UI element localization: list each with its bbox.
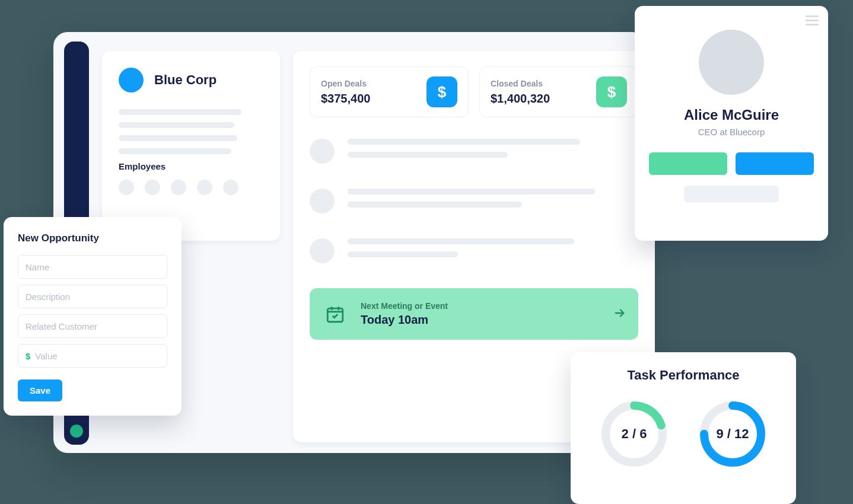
closed-deals-card[interactable]: Closed Deals $1,400,320 $ bbox=[479, 66, 638, 117]
value-field[interactable]: $ bbox=[18, 344, 167, 368]
company-avatar bbox=[119, 68, 144, 92]
event-time: Today 10am bbox=[361, 313, 448, 327]
profile-subtitle: CEO at Bluecorp bbox=[649, 127, 814, 137]
employee-avatar[interactable] bbox=[197, 180, 212, 195]
profile-card: Alice McGuire CEO at Bluecorp bbox=[635, 6, 828, 241]
dollar-icon: $ bbox=[426, 76, 457, 107]
placeholder-line bbox=[119, 135, 237, 141]
placeholder-line bbox=[348, 202, 522, 208]
employee-avatar[interactable] bbox=[119, 180, 134, 195]
related-customer-field[interactable] bbox=[18, 314, 167, 338]
placeholder-line bbox=[348, 139, 580, 145]
save-button[interactable]: Save bbox=[18, 379, 62, 401]
avatar bbox=[699, 30, 764, 95]
progress-ring: 9 / 12 bbox=[697, 398, 768, 470]
placeholder-line bbox=[119, 122, 234, 128]
open-deals-card[interactable]: Open Deals $375,400 $ bbox=[310, 66, 469, 117]
dollar-icon: $ bbox=[26, 351, 30, 361]
dollar-icon: $ bbox=[596, 76, 627, 107]
placeholder-line bbox=[119, 148, 231, 154]
employees-label: Employees bbox=[119, 161, 263, 171]
task-performance-title: Task Performance bbox=[585, 368, 782, 383]
placeholder-line bbox=[348, 251, 458, 257]
employee-avatar[interactable] bbox=[145, 180, 160, 195]
company-name: Blue Corp bbox=[154, 72, 217, 88]
menu-icon[interactable] bbox=[806, 13, 819, 28]
placeholder-line bbox=[348, 189, 595, 194]
progress-label: 9 / 12 bbox=[697, 398, 768, 470]
task-performance-card: Task Performance 2 / 6 9 / 12 bbox=[571, 352, 796, 504]
activity-feed bbox=[310, 139, 638, 264]
calendar-icon bbox=[325, 304, 345, 324]
employee-avatar[interactable] bbox=[223, 180, 238, 195]
description-field[interactable] bbox=[18, 285, 167, 308]
event-caption: Next Meeting or Event bbox=[361, 301, 448, 311]
name-field[interactable] bbox=[18, 255, 167, 279]
feed-item bbox=[310, 139, 638, 165]
profile-action-secondary[interactable] bbox=[736, 152, 814, 175]
employee-avatar[interactable] bbox=[171, 180, 186, 195]
progress-label: 2 / 6 bbox=[599, 398, 670, 470]
sidebar-status-dot bbox=[70, 425, 83, 438]
feed-avatar bbox=[310, 238, 335, 263]
feed-item bbox=[310, 189, 638, 215]
placeholder-line bbox=[348, 152, 508, 158]
feed-item bbox=[310, 238, 638, 264]
employees-row bbox=[119, 180, 263, 195]
related-customer-input[interactable] bbox=[26, 321, 160, 331]
placeholder-line bbox=[348, 238, 574, 244]
profile-action-primary[interactable] bbox=[649, 152, 727, 175]
new-opportunity-title: New Opportunity bbox=[18, 232, 167, 244]
placeholder-line bbox=[684, 186, 779, 202]
open-deals-value: $375,400 bbox=[321, 92, 370, 106]
arrow-right-icon bbox=[613, 307, 626, 322]
next-event-banner[interactable]: Next Meeting or Event Today 10am bbox=[310, 288, 638, 340]
feed-avatar bbox=[310, 189, 335, 213]
closed-deals-label: Closed Deals bbox=[491, 79, 550, 88]
new-opportunity-card: New Opportunity $ Save bbox=[4, 217, 182, 416]
profile-name: Alice McGuire bbox=[649, 107, 814, 123]
progress-ring: 2 / 6 bbox=[599, 398, 670, 470]
open-deals-label: Open Deals bbox=[321, 79, 370, 88]
svg-rect-0 bbox=[327, 308, 343, 322]
name-input[interactable] bbox=[26, 262, 160, 272]
description-input[interactable] bbox=[26, 292, 160, 302]
closed-deals-value: $1,400,320 bbox=[491, 92, 550, 106]
placeholder-line bbox=[119, 109, 241, 115]
company-card: Blue Corp Employees bbox=[102, 51, 280, 241]
value-input[interactable] bbox=[35, 351, 160, 361]
feed-avatar bbox=[310, 139, 335, 164]
